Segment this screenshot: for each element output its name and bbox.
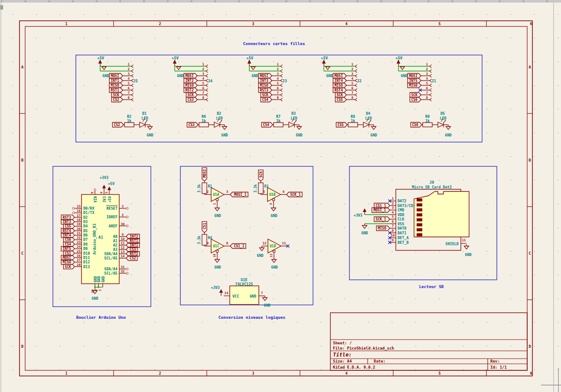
pin-number: 26 <box>77 254 81 258</box>
connector-reference: J1 <box>431 79 436 83</box>
connectors-caption: Connecteurs cartes filles <box>243 41 305 46</box>
power-flag-label: +5V <box>108 181 114 186</box>
led-reference: D1 <box>142 111 147 116</box>
ruler-tick <box>428 0 430 2</box>
global-label-text: INT3 <box>260 79 268 83</box>
led-triangle[interactable] <box>438 122 444 127</box>
resistor-body[interactable] <box>202 234 207 245</box>
pin-end <box>430 89 432 91</box>
global-label-text: RST4 <box>62 229 71 233</box>
gnd-label: GND <box>214 214 221 218</box>
pin-number: 17 <box>77 214 81 217</box>
resistor-body[interactable] <box>258 183 263 194</box>
gnd-symbol-triangle <box>297 126 302 130</box>
arduino-symbol[interactable]: 8VIN43V35+5V+3V3+5V15D0/RX16D1/TX17D2RST… <box>61 175 140 301</box>
global-label-text: CS1_1 <box>234 244 244 248</box>
connector-J4[interactable]: +5VGNDMOSIINT2MISORST2SCKCS312345678J4CS… <box>172 56 228 137</box>
connector-J2[interactable]: +5VGNDMOSIINT4MISORST4SCKCS512345678J2CS… <box>321 56 377 137</box>
unconnected-pin-end <box>126 268 128 270</box>
pin-number: 4 <box>392 211 394 214</box>
resistor-reference: R3 <box>264 185 269 188</box>
arduino-value: Arduino_UNO_R3 <box>92 224 97 255</box>
gnd-symbol-triangle <box>272 259 277 262</box>
pin-end <box>430 71 432 73</box>
arduino-reference: A1 <box>98 235 103 240</box>
pin-end <box>131 66 134 68</box>
column-label: 5 <box>438 22 440 26</box>
pin-end <box>131 84 134 86</box>
global-label-text: MOSI <box>111 74 119 78</box>
pin-number: 8 <box>202 96 204 100</box>
global-label-text: CS5 <box>336 98 343 102</box>
buffer-U1D[interactable]: U1DGND121113GND <box>257 239 289 269</box>
pin-number: 3 <box>127 72 130 76</box>
pin-end <box>131 75 134 76</box>
unconnected-pin-end <box>72 207 75 210</box>
resistor-body[interactable] <box>423 123 432 127</box>
ruler-tick <box>546 0 548 2</box>
buffer-U1C[interactable]: U1CCS13.3kR498CS1_110GND <box>197 221 246 269</box>
ruler-tick <box>48 0 50 2</box>
resistor-body[interactable] <box>124 123 134 127</box>
pin-end <box>355 89 357 91</box>
pin-end <box>355 95 357 97</box>
sd-card-symbol[interactable]: J8Micro_SD_Card_Det21DAT22DAT3/CDCS1_13C… <box>354 180 472 257</box>
pin-name: GND <box>97 276 101 282</box>
led-triangle[interactable] <box>214 122 220 127</box>
unconnected-pin-end <box>126 272 128 275</box>
global-label-text: MISO <box>334 84 342 87</box>
led-triangle[interactable] <box>289 122 294 127</box>
pin-number: 3 <box>226 190 228 194</box>
gnd-symbol-triangle <box>148 126 153 130</box>
global-label-text: RST4 <box>334 88 342 92</box>
sd-card-outline <box>414 191 469 237</box>
column-label: 3 <box>252 371 254 376</box>
title-block[interactable]: Sheet: /File: PicoShield.kicad_schTitle:… <box>330 313 527 370</box>
gnd-symbol-triangle <box>176 67 181 70</box>
ruler-tick <box>475 0 477 2</box>
pin-number: 5 <box>263 190 265 194</box>
pin-end <box>206 65 208 67</box>
power-arrowhead <box>108 187 111 190</box>
gnd-label: GND <box>326 74 333 78</box>
pin-end <box>280 100 283 101</box>
resistor-body[interactable] <box>202 183 207 194</box>
pin-number: 7 <box>261 291 263 295</box>
pin-end <box>131 95 134 97</box>
resistor-value: 3.3k <box>254 184 258 192</box>
ruler-tick <box>143 0 145 2</box>
pin-name: SDA/A4 <box>104 267 117 271</box>
row-label: D <box>21 344 23 349</box>
global-label-text: CS4 <box>263 123 269 127</box>
buffer-U1B[interactable]: U1BSCK3.3kR356SCK_14GND <box>254 170 303 218</box>
resistor-body[interactable] <box>348 123 358 127</box>
global-label-text: SCK <box>259 171 263 178</box>
pin-end <box>206 90 208 92</box>
ruler-tick <box>451 0 453 2</box>
power-arrowhead <box>173 60 176 63</box>
connectors-section-box[interactable] <box>76 55 482 142</box>
kicad-schematic-canvas[interactable]: 112233445566AABBCCDDSheet: /File: PicoSh… <box>0 0 561 392</box>
power-flag-label: +3V3 <box>354 213 362 217</box>
pin-number: 3 <box>202 72 204 76</box>
schematic-drawing[interactable]: 112233445566AABBCCDDSheet: /File: PicoSh… <box>0 0 561 392</box>
global-label-text: MISO <box>62 260 71 264</box>
resistor-body[interactable] <box>274 123 283 127</box>
global-label-text: CS2 <box>130 256 136 260</box>
resistor-body[interactable] <box>199 123 209 127</box>
title-field: Title: <box>333 352 352 358</box>
led-triangle[interactable] <box>140 122 145 127</box>
connector-J1[interactable]: +5VGNDMOSIINT5MISOSCKCS612345678J1CS6R91… <box>395 56 452 137</box>
corner-handle[interactable] <box>0 5 3 10</box>
pin-name: A1 <box>113 239 117 243</box>
connector-J3[interactable]: +5VGNDMOSIINT3MISORST3SCKCS412345678J3CS… <box>246 56 303 137</box>
pin-end <box>430 76 432 78</box>
power-unit-U1E[interactable]: U1E74LVC125VCCGND14+3V37GND <box>211 278 271 308</box>
led-triangle[interactable] <box>363 122 369 127</box>
pin-end <box>355 75 357 76</box>
buffer-U1A[interactable]: U1AMOSI3.3kR123MOSI_11GND <box>197 168 248 218</box>
pin-number: 4 <box>277 77 279 81</box>
connector-J5[interactable]: +5VGNDMOSIINT1MISORST1SCKCS212345678J5CS… <box>97 56 153 137</box>
gnd-symbol-triangle <box>362 226 367 229</box>
gnd-label: GND <box>214 265 221 269</box>
